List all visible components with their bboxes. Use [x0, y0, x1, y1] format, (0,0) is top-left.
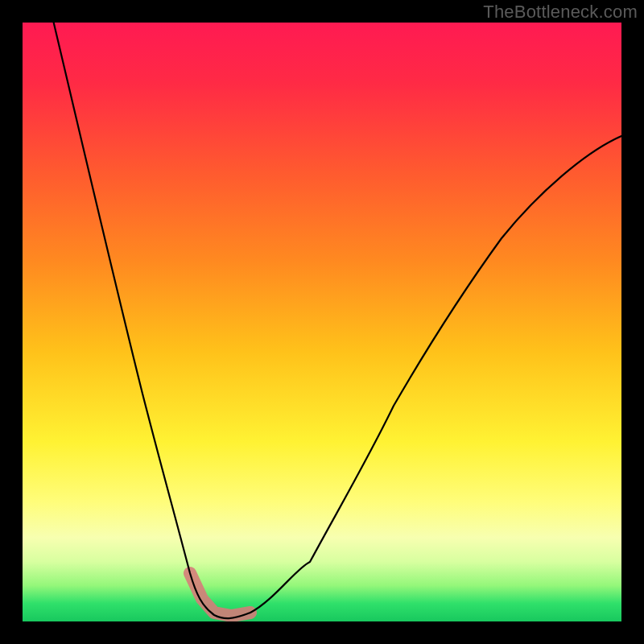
bottleneck-curve-line: [52, 23, 621, 618]
chart-frame: [23, 23, 621, 621]
watermark-text: TheBottleneck.com: [483, 2, 638, 23]
optimal-zone-marker: [190, 573, 250, 616]
chart-svg: [23, 23, 621, 621]
